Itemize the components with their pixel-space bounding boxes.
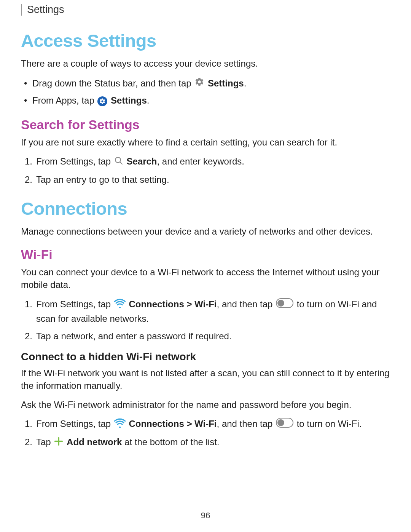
bullet-from-apps: From Apps, tap Settings.: [32, 93, 390, 108]
svg-point-3: [277, 300, 284, 307]
search-intro: If you are not sure exactly where to fin…: [21, 136, 390, 149]
search-step-2: Tap an entry to go to that setting.: [36, 173, 390, 187]
wifi-step-1: From Settings, tap Connections > Wi-Fi, …: [36, 297, 390, 326]
access-bullets: Drag down the Status bar, and then tap S…: [21, 76, 390, 108]
search-steps: From Settings, tap Search, and enter key…: [21, 155, 390, 187]
wifi-intro: You can connect your device to a Wi-Fi n…: [21, 266, 390, 291]
svg-line-1: [120, 162, 122, 164]
connections-intro: Manage connections between your device a…: [21, 225, 390, 238]
heading-search-settings: Search for Settings: [21, 117, 390, 132]
hidden-step-1: From Settings, tap Connections > Wi-Fi, …: [36, 417, 390, 431]
search-icon: [114, 155, 123, 169]
hidden-step-2: Tap Add network at the bottom of the lis…: [36, 435, 390, 450]
heading-access-settings: Access Settings: [21, 30, 390, 51]
toggle-off-icon: [276, 298, 293, 312]
section-header-title: Settings: [27, 4, 390, 16]
hidden-intro2: Ask the Wi-Fi network administrator for …: [21, 398, 390, 411]
page-number: 96: [201, 511, 210, 521]
search-step-1: From Settings, tap Search, and enter key…: [36, 155, 390, 169]
bullet-drag-status-bar: Drag down the Status bar, and then tap S…: [32, 76, 390, 91]
heading-hidden-wifi: Connect to a hidden Wi-Fi network: [21, 351, 390, 363]
hidden-steps: From Settings, tap Connections > Wi-Fi, …: [21, 417, 390, 449]
plus-icon: [54, 436, 63, 450]
wifi-icon: [114, 298, 126, 312]
settings-gear-icon: [194, 77, 204, 91]
heading-wifi: Wi-Fi: [21, 247, 390, 262]
toggle-off-icon: [276, 418, 293, 431]
wifi-steps: From Settings, tap Connections > Wi-Fi, …: [21, 297, 390, 343]
settings-app-icon: [97, 96, 107, 106]
svg-point-5: [277, 419, 284, 426]
wifi-icon: [114, 418, 126, 431]
wifi-step-2: Tap a network, and enter a password if r…: [36, 329, 390, 343]
section-header: Settings: [21, 4, 390, 16]
access-intro: There are a couple of ways to access you…: [21, 57, 390, 70]
heading-connections: Connections: [21, 198, 390, 219]
hidden-intro: If the Wi-Fi network you want is not lis…: [21, 367, 390, 392]
